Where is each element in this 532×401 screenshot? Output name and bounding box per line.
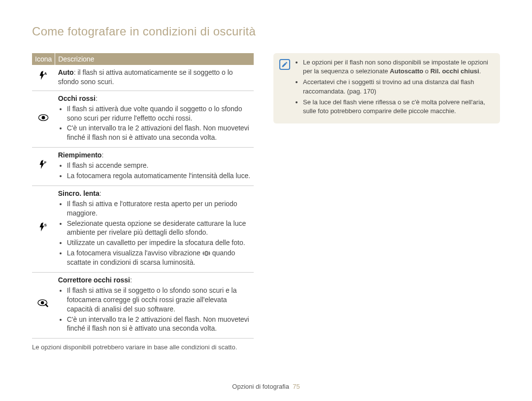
- row-description: Sincro. lenta:Il flash si attiva e l'ott…: [55, 185, 254, 272]
- svg-text:F: F: [44, 160, 47, 165]
- svg-point-6: [41, 301, 44, 304]
- eye-icon: [32, 91, 55, 147]
- note-list: Le opzioni per il flash non sono disponi…: [295, 58, 494, 118]
- svg-text:A: A: [44, 72, 47, 76]
- flash-auto-icon: A: [32, 65, 55, 91]
- flash-fill-icon: F: [32, 148, 55, 186]
- flash-options-table: Icona Descrizione AAuto: il flash si att…: [32, 53, 254, 339]
- row-description: Occhi rossi:Il flash si attiverà due vol…: [55, 91, 254, 147]
- svg-point-2: [42, 116, 45, 119]
- note-item: Accertatevi che i soggetti si trovino ad…: [303, 78, 494, 95]
- section-title: Come fotografare in condizioni di oscuri…: [32, 25, 500, 38]
- footer-text: Opzioni di fotografia: [232, 383, 289, 390]
- note-item: Se la luce del flash viene riflessa o se…: [303, 98, 494, 116]
- table-footnote: Le opzioni disponibili potrebbero variar…: [32, 343, 254, 351]
- footer-page-number: 75: [293, 383, 299, 390]
- eye-brush-icon: [32, 273, 55, 339]
- th-desc: Descrizione: [55, 53, 254, 65]
- note-icon: [279, 59, 290, 70]
- note-item: Le opzioni per il flash non sono disponi…: [303, 58, 494, 76]
- page-footer: Opzioni di fotografia 75: [0, 383, 532, 390]
- row-description: Correttore occhi rossi:Il flash si attiv…: [55, 273, 254, 339]
- row-description: Auto: il flash si attiva automaticamente…: [55, 65, 254, 91]
- note-box: Le opzioni per il flash non sono disponi…: [273, 53, 500, 123]
- flash-slow-icon: S: [32, 185, 55, 272]
- th-icon: Icona: [32, 53, 55, 65]
- row-description: Riempimento:Il flash si accende sempre.L…: [55, 148, 254, 186]
- svg-text:S: S: [44, 223, 47, 227]
